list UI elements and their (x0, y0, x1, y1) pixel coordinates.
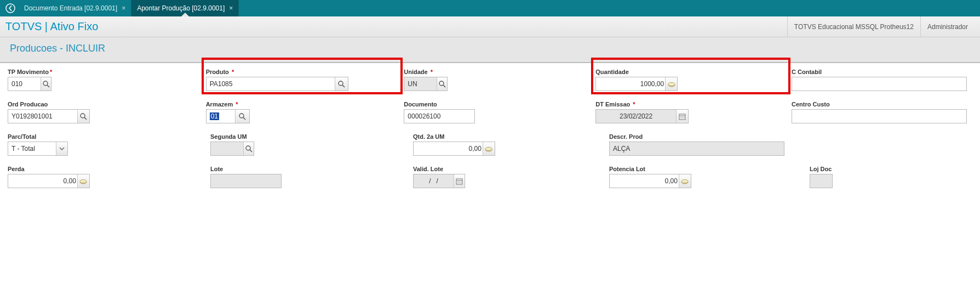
documento-input-wrap (404, 109, 475, 123)
close-icon[interactable]: × (229, 4, 233, 12)
sub-header: TOTVS | Ativo Fixo TOTVS Educacional MSS… (0, 16, 980, 37)
potencia-lot-input[interactable] (610, 176, 679, 187)
svg-point-3 (339, 81, 343, 86)
svg-point-11 (239, 114, 244, 118)
qtd-2a-um-input[interactable] (414, 143, 483, 154)
unidade-input (404, 78, 437, 89)
svg-point-9 (81, 114, 85, 118)
label-loj-doc: Loj Doc (810, 166, 967, 172)
qtd-2a-um-input-wrap (413, 142, 495, 156)
parc-total-dropdown-button[interactable] (56, 142, 67, 155)
search-icon (439, 81, 446, 88)
calendar-icon (456, 178, 463, 185)
c-contabil-input-wrap (792, 77, 967, 91)
search-icon (245, 145, 253, 152)
calc-icon (681, 178, 689, 184)
valid-lote-input-wrap (413, 174, 465, 188)
potencia-lot-calc-button[interactable] (679, 174, 691, 188)
label-c-contabil: C Contabil (792, 69, 967, 75)
quantidade-input-wrap (595, 77, 678, 91)
label-centro-custo: Centro Custo (792, 101, 967, 108)
loj-doc-input-wrap (810, 174, 833, 188)
armazem-input[interactable]: 01 (207, 111, 235, 122)
svg-line-4 (342, 85, 345, 87)
search-icon (338, 81, 345, 88)
page-title: Producoes - INCLUIR (10, 43, 970, 54)
unidade-input-wrap (404, 77, 448, 91)
close-icon[interactable]: × (122, 4, 125, 12)
tab-apontar-producao[interactable]: Apontar Produção [02.9.0001] × (131, 0, 239, 16)
tab-documento-entrada[interactable]: Documento Entrada [02.9.0001] × (19, 0, 131, 16)
unidade-search-button[interactable] (437, 77, 447, 91)
environment-label: TOTVS Educacional MSSQL Protheus12 (787, 16, 920, 37)
label-dt-emissao: DT Emissao * (595, 101, 786, 108)
sub-header-right: TOTVS Educacional MSSQL Protheus12 Admin… (787, 16, 975, 37)
segunda-um-search-button[interactable] (243, 142, 254, 155)
search-icon (80, 113, 87, 120)
search-icon (239, 113, 246, 120)
svg-line-2 (47, 85, 49, 87)
back-icon[interactable] (2, 0, 19, 16)
produto-highlight: Produto * (206, 69, 399, 91)
svg-line-10 (84, 117, 87, 120)
svg-line-6 (443, 85, 445, 87)
parc-total-select-wrap (8, 142, 68, 156)
tp-movimento-search-button[interactable] (41, 77, 51, 91)
perda-calc-button[interactable] (77, 174, 89, 188)
svg-point-0 (6, 4, 15, 13)
tp-movimento-input[interactable] (8, 78, 41, 89)
dt-emissao-input-wrap (595, 109, 689, 123)
svg-point-22 (485, 148, 492, 151)
dt-emissao-input (596, 111, 676, 122)
calc-icon (668, 81, 675, 87)
svg-point-5 (439, 81, 444, 86)
label-parc-total: Parc/Total (8, 133, 205, 140)
parc-total-select[interactable] (8, 143, 56, 154)
calc-icon (79, 178, 87, 184)
label-valid-lote: Valid. Lote (413, 166, 604, 172)
search-icon (43, 81, 50, 88)
dt-emissao-date-button[interactable] (676, 110, 688, 123)
label-unidade: Unidade * (404, 69, 590, 75)
calendar-icon (679, 113, 686, 120)
top-tab-bar: Documento Entrada [02.9.0001] × Apontar … (0, 0, 980, 16)
loj-doc-input (810, 176, 832, 187)
descr-prod-input-wrap (609, 142, 784, 156)
label-qtd-2a-um: Qtd. 2a UM (413, 133, 604, 140)
centro-custo-input-wrap (792, 109, 967, 123)
svg-line-12 (243, 117, 245, 120)
svg-point-19 (246, 146, 250, 150)
quantidade-calc-button[interactable] (665, 77, 677, 91)
calc-icon (485, 145, 492, 152)
produto-input[interactable] (207, 78, 335, 89)
armazem-search-button[interactable] (235, 110, 249, 123)
svg-point-1 (43, 81, 48, 86)
armazem-input-wrap: 01 (206, 109, 250, 123)
form-row-2: Ord Producao Armazem * 01 Documento (8, 101, 972, 123)
quantidade-highlight: Quantidade (595, 69, 786, 91)
label-tp-movimento: TP Movimento* (8, 69, 200, 75)
centro-custo-input[interactable] (792, 111, 966, 122)
ord-producao-input-wrap (8, 109, 90, 123)
quantidade-input[interactable] (596, 78, 665, 89)
documento-input[interactable] (404, 111, 474, 122)
label-ord-producao: Ord Producao (8, 101, 200, 108)
produto-search-button[interactable] (335, 77, 348, 91)
qtd-2a-um-calc-button[interactable] (483, 142, 495, 155)
svg-point-32 (681, 180, 688, 183)
descr-prod-input (610, 143, 784, 154)
label-segunda-um: Segunda UM (210, 133, 408, 140)
perda-input[interactable] (8, 176, 77, 187)
label-documento: Documento (404, 101, 590, 108)
label-perda: Perda (8, 166, 205, 172)
tab-label: Apontar Produção [02.9.0001] (137, 4, 225, 12)
c-contabil-input[interactable] (792, 78, 966, 89)
label-armazem: Armazem * (206, 101, 399, 108)
valid-lote-date-button[interactable] (454, 174, 465, 188)
ord-producao-input[interactable] (8, 111, 77, 122)
svg-line-20 (250, 150, 252, 152)
user-label: Administrador (920, 16, 975, 37)
chevron-down-icon (59, 146, 65, 151)
ord-producao-search-button[interactable] (77, 110, 89, 123)
label-produto: Produto * (206, 69, 399, 75)
